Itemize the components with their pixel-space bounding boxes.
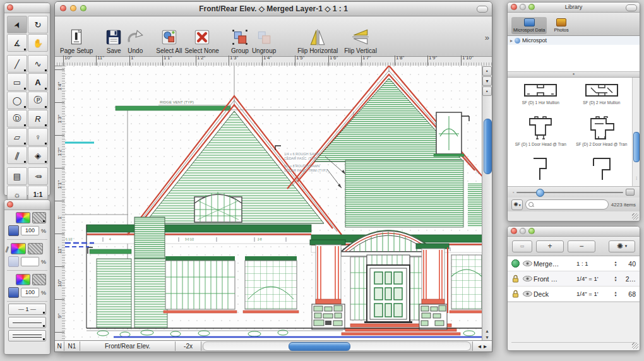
effect-pattern-well[interactable] (32, 274, 47, 285)
fill-preview-swatch[interactable] (8, 225, 19, 236)
tab-microspot-data[interactable]: Microspot Data (511, 17, 547, 34)
scroll-arrows[interactable]: ◂ ▸ (472, 341, 492, 351)
vertical-ruler[interactable]: 1'4" 1'3" 1'2" 1'1" 1' 11" 10" 9" 8" (55, 66, 66, 341)
line-style-double-selector[interactable] (8, 330, 46, 341)
undo-button[interactable]: Undo (126, 28, 145, 54)
tree-item-microspot[interactable]: ▸ Microspot (508, 36, 640, 45)
widget-button-3[interactable]: ▪ (482, 86, 492, 96)
page-setup-button[interactable]: Page Setup (60, 28, 93, 54)
n1-button[interactable]: N1 (64, 341, 80, 351)
flip-horizontal-button[interactable]: Flip Horizontal (297, 28, 338, 54)
tool-symbol[interactable]: ♀ (28, 128, 48, 146)
scroll-down-arrow[interactable]: ▾ (482, 334, 492, 340)
tool-parallel-shape[interactable]: Ⓟ (28, 92, 48, 109)
minimize-button[interactable] (70, 5, 76, 11)
tool-eyedropper[interactable]: ✎ (28, 167, 48, 185)
tool-diameter[interactable]: Ⓓ (7, 110, 27, 127)
toolbar-toggle-button[interactable] (626, 4, 637, 11)
layer-row-merged[interactable]: Merge… 1 : 1 ▴▾ 40 (508, 256, 640, 271)
colors-palette-titlebar[interactable] (4, 200, 50, 210)
library-item[interactable]: SF (D) 1 Door Head @ Tran (510, 115, 571, 155)
scroll-left-arrow[interactable]: ◂ (478, 343, 481, 350)
line-style-thin-selector[interactable] (8, 317, 46, 328)
flip-vertical-button[interactable]: Flip Vertical (344, 28, 377, 54)
layer-active-indicator[interactable] (510, 259, 521, 268)
tool-select-arrow[interactable]: ➤ (7, 16, 27, 33)
horizontal-scrollbar[interactable] (203, 341, 471, 351)
drawing-canvas[interactable]: RIDGE VENT (TYP) (65, 66, 484, 341)
library-titlebar[interactable]: Library (508, 3, 640, 13)
widget-button-2[interactable]: ▾ (482, 76, 492, 86)
effect-preview-swatch[interactable] (8, 287, 19, 298)
layer-row-front[interactable]: Front … 1/4" = 1' ▴▾ 2… (508, 271, 640, 287)
effect-color-well[interactable] (16, 274, 30, 285)
library-scrollbar[interactable]: ⋮ (632, 78, 640, 186)
save-button[interactable]: Save (104, 28, 123, 54)
pen-color-well[interactable] (11, 243, 26, 254)
layer-stepper[interactable]: ▴▾ (612, 261, 619, 267)
vertical-scrollbar[interactable]: ▪ ▾ ▪ ▴ ▾ (482, 66, 492, 341)
close-button[interactable] (60, 5, 66, 11)
document-titlebar[interactable]: Front/Rear Elev. ◇ Merged Layer-1 ◇ 1 : … (55, 2, 492, 16)
pane-splitter[interactable]: ● (508, 72, 640, 78)
resize-grip[interactable] (632, 213, 638, 220)
remove-layer-button[interactable]: − (568, 240, 595, 252)
tool-line[interactable]: ╱ (7, 55, 27, 73)
effect-opacity-field[interactable]: 100 (21, 288, 39, 297)
tool-radius-arc[interactable]: R (28, 110, 48, 127)
library-scroll-thumb[interactable] (633, 132, 640, 162)
layer-visibility-toggle[interactable] (521, 291, 534, 297)
scroll-right-arrow[interactable]: ▸ (484, 343, 487, 350)
toolbar-toggle-button[interactable] (477, 6, 488, 13)
zoom-button[interactable] (80, 5, 86, 11)
select-none-button[interactable]: Select None (184, 28, 218, 54)
tool-rotate[interactable]: ↻ (28, 16, 48, 33)
n-button[interactable]: N (55, 341, 64, 351)
toolbar-overflow-chevron[interactable]: » (485, 33, 489, 42)
size-slider-thumb[interactable] (536, 189, 544, 197)
zoom-button[interactable] (528, 228, 535, 234)
library-item[interactable] (571, 155, 633, 186)
search-input[interactable] (534, 201, 605, 208)
tab-photos[interactable]: Photos (552, 17, 570, 34)
disclosure-triangle[interactable]: ▸ (510, 38, 513, 44)
add-layer-button[interactable]: + (536, 240, 564, 252)
pen-pattern-well[interactable] (28, 243, 43, 254)
fill-opacity-field[interactable]: 100 (21, 226, 39, 235)
tool-dimension-line[interactable]: ∡ (7, 34, 27, 52)
resize-grip[interactable] (632, 343, 638, 349)
library-item[interactable] (510, 155, 571, 186)
tool-ellipse[interactable]: ◯ (7, 92, 27, 109)
library-item[interactable]: SF (D) 2 Door Head @ Tran (571, 115, 633, 155)
vertical-scroll-thumb[interactable] (484, 119, 492, 174)
tool-freehand-curve[interactable]: ∿ (28, 55, 48, 73)
layer-visibility-toggle[interactable] (521, 261, 534, 266)
layer-options-button[interactable]: ▭ (512, 240, 532, 252)
horizontal-ruler[interactable]: 10" 11" 1' 1'1" 1'2" 1'3" 1'4" 1'5" 1'6"… (55, 54, 492, 66)
fill-pattern-well[interactable] (32, 212, 47, 223)
layer-lock-indicator[interactable] (510, 290, 521, 298)
size-slider-track[interactable] (516, 192, 623, 193)
line-weight-selector[interactable]: — 1 — (8, 304, 46, 315)
layer-lock-indicator[interactable] (510, 275, 521, 283)
fill-color-well[interactable] (16, 212, 30, 223)
pen-preview-swatch[interactable] (8, 256, 19, 267)
pen-opacity-field[interactable] (21, 257, 39, 266)
close-button[interactable] (511, 228, 517, 234)
horizontal-scroll-thumb[interactable] (289, 342, 350, 351)
tool-rectangle[interactable]: ▭ (7, 73, 27, 91)
close-button[interactable] (7, 4, 13, 11)
layer-row-deck[interactable]: Deck 1/4" = 1' ▴▾ 68 (508, 287, 640, 302)
layer-stepper[interactable]: ▴▾ (612, 291, 619, 297)
close-button[interactable] (7, 201, 13, 208)
scroll-dots[interactable]: ⋮ (635, 175, 638, 180)
group-button[interactable]: Group (230, 28, 249, 54)
select-all-button[interactable]: Select All (156, 28, 182, 54)
scroll-up-arrow[interactable]: ▴ (482, 328, 492, 334)
tool-parallel-lines[interactable]: ∥ (7, 146, 27, 164)
tools-palette-titlebar[interactable] (4, 3, 50, 13)
library-item[interactable]: SF (D) 1 Hor Mullion (510, 80, 571, 115)
library-action-menu[interactable]: ✺▾ (511, 199, 523, 210)
ungroup-button[interactable]: Ungroup (252, 28, 276, 54)
library-search-field[interactable] (525, 199, 609, 210)
